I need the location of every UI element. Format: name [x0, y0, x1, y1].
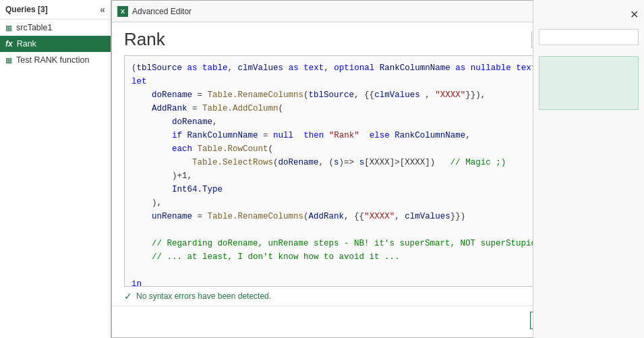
- table-icon: ▦: [5, 56, 12, 65]
- app-icon: X: [117, 6, 128, 17]
- main-area: X Advanced Editor ─ □ ✕ Rank Display Opt…: [111, 0, 644, 338]
- sidebar: Queries [3] « ▦ srcTable1 fx Rank ▦ Test…: [0, 0, 111, 338]
- fx-icon: fx: [5, 39, 13, 49]
- status-check-icon: ✓: [124, 291, 132, 302]
- sidebar-item-srctable1[interactable]: ▦ srcTable1: [0, 20, 111, 36]
- title-bar-text: Advanced Editor: [132, 7, 583, 16]
- right-panel-content: [539, 56, 639, 110]
- right-panel-close: ✕: [533, 5, 644, 24]
- sidebar-collapse-icon[interactable]: «: [100, 4, 105, 15]
- right-panel-close-button[interactable]: ✕: [630, 8, 639, 21]
- sidebar-title: Queries [3]: [5, 5, 48, 14]
- dialog-title: Rank: [124, 29, 165, 50]
- sidebar-item-rank[interactable]: fx Rank: [0, 36, 111, 52]
- sidebar-header: Queries [3] «: [0, 0, 111, 20]
- sidebar-item-test-rank[interactable]: ▦ Test RANK function: [0, 52, 111, 68]
- right-panel: ✕: [533, 0, 644, 338]
- sidebar-item-label: Rank: [17, 39, 36, 49]
- right-panel-search-input[interactable]: [539, 29, 639, 45]
- sidebar-item-label: Test RANK function: [16, 55, 89, 65]
- table-icon: ▦: [5, 24, 12, 32]
- sidebar-item-label: srcTable1: [16, 23, 53, 32]
- status-text: No syntax errors have been detected.: [136, 291, 271, 301]
